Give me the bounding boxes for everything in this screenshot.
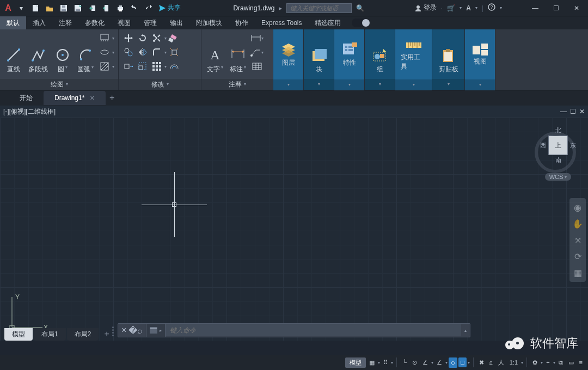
status-iso-icon[interactable]: ∠ [420, 357, 430, 368]
cmd-recent-icon[interactable]: �⌕ [128, 325, 143, 336]
vp-max-icon[interactable]: ☐ [570, 108, 576, 115]
polyline-button[interactable]: 多段线 [26, 32, 50, 75]
wcs-button[interactable]: WCS▾ [545, 173, 572, 181]
fillet-icon[interactable] [150, 46, 163, 59]
command-line[interactable]: ×�⌕ ▸ ▴ [118, 323, 470, 337]
save-icon[interactable] [58, 2, 70, 14]
utilities-button[interactable]: 实用工具 [399, 32, 428, 77]
ribbon-tab-insert[interactable]: 插入 [26, 16, 52, 29]
mobile-icon[interactable] [100, 2, 112, 14]
panel-draw-title[interactable]: 绘图▾ [0, 79, 118, 90]
cmd-close-icon[interactable]: × [121, 325, 126, 335]
move-icon[interactable] [122, 32, 135, 45]
ribbon-tab-view[interactable]: 视图 [111, 16, 137, 29]
signin-button[interactable]: 登录 [415, 3, 437, 13]
new-icon[interactable] [29, 2, 41, 14]
hatch-icon[interactable] [98, 60, 111, 73]
ribbon-toggle[interactable] [352, 18, 370, 27]
status-ws-icon[interactable]: ⧉ [556, 357, 565, 368]
ribbon-tab-default[interactable]: 默认 [0, 16, 26, 29]
maximize-button[interactable]: ☐ [548, 3, 564, 14]
layer-button[interactable]: 图层 [278, 32, 299, 77]
status-model-button[interactable]: 模型 [345, 357, 366, 368]
ribbon-tab-parametric[interactable]: 参数化 [78, 16, 111, 29]
new-tab-button[interactable]: + [106, 91, 119, 104]
viewport-label[interactable]: [-][俯视][二维线框] [3, 107, 56, 116]
text-button[interactable]: A文字▾ [205, 32, 225, 75]
a360-icon[interactable]: A [466, 4, 471, 12]
properties-button[interactable]: 特性 [339, 32, 360, 77]
minimize-button[interactable]: — [527, 3, 543, 14]
file-tab-start[interactable]: 开始 [9, 91, 44, 105]
viewcube[interactable]: 北 西上东 南 WCS▾ [540, 126, 576, 181]
search-input[interactable] [286, 3, 352, 13]
status-gear-icon[interactable]: ✿ [530, 357, 540, 368]
web-icon[interactable] [86, 2, 98, 14]
rect-icon[interactable] [98, 32, 111, 45]
panel-annot-title[interactable]: 注释▾ [201, 79, 273, 90]
file-tab-drawing1[interactable]: Drawing1*× [44, 91, 106, 105]
status-osnap-icon[interactable]: ◇ [449, 357, 457, 368]
table-icon[interactable] [250, 60, 264, 73]
help-icon[interactable]: ? [488, 3, 495, 13]
status-max-icon[interactable]: ▭ [566, 357, 576, 368]
close-tab-icon[interactable]: × [90, 91, 94, 105]
copy-icon[interactable] [122, 46, 135, 59]
circle-button[interactable]: 圆▾ [52, 32, 73, 75]
saveas-icon[interactable] [72, 2, 84, 14]
offset-icon[interactable] [168, 60, 181, 73]
status-ortho-icon[interactable]: └ [400, 357, 409, 367]
arc-button[interactable]: 圆弧▾ [75, 32, 96, 75]
group-button[interactable]: 组 [369, 32, 391, 75]
command-input[interactable] [166, 324, 461, 336]
ribbon-tab-manage[interactable]: 管理 [137, 16, 163, 29]
status-plus-icon[interactable]: + [544, 357, 552, 367]
linear-dim-icon[interactable]: ▾ [250, 32, 264, 45]
mirror-icon[interactable] [136, 46, 149, 59]
cart-icon[interactable]: 🛒 [447, 4, 455, 12]
drawing-area[interactable]: [-][俯视][二维线框] —☐✕ YX 北 西上东 南 WCS▾ ◉✋⤧⟳▦ … [0, 106, 588, 341]
erase-icon[interactable] [168, 32, 181, 45]
vp-min-icon[interactable]: — [560, 108, 567, 115]
app-logo[interactable]: A [3, 3, 13, 13]
clipboard-button[interactable]: 剪贴板 [437, 32, 461, 75]
scale-icon[interactable] [136, 60, 149, 73]
status-custom-icon[interactable]: ≡ [577, 357, 585, 367]
panel-modify-title[interactable]: 修改▾ [119, 79, 201, 90]
search-icon[interactable]: 🔍 [356, 4, 364, 12]
status-snap-icon[interactable]: ⠿ [381, 357, 390, 368]
status-grid-icon[interactable]: ▦ [367, 357, 377, 368]
leader-icon[interactable]: ▾ [250, 46, 264, 59]
array-icon[interactable] [150, 60, 163, 73]
qat-dropdown[interactable]: ▾ [15, 2, 27, 14]
undo-icon[interactable] [128, 2, 140, 14]
open-icon[interactable] [44, 2, 56, 14]
status-polar-icon[interactable]: ⊙ [410, 357, 419, 368]
status-otrack-icon[interactable]: ∠ [434, 357, 444, 368]
nav-bar[interactable]: ◉✋⤧⟳▦ [569, 198, 586, 282]
status-lwt-icon[interactable]: ✖ [477, 357, 486, 368]
line-button[interactable]: 直线 [3, 32, 24, 75]
dim-button[interactable]: 标注▾ [228, 32, 248, 75]
layout-tab-2[interactable]: 布局2 [67, 328, 99, 341]
status-3dosnap-icon[interactable]: □ [458, 357, 467, 367]
rotate-icon[interactable] [136, 32, 149, 45]
ribbon-tab-annotate[interactable]: 注释 [52, 16, 78, 29]
block-button[interactable]: 块 [308, 32, 330, 75]
ellipse-icon[interactable] [98, 46, 111, 59]
view-button[interactable]: 视图 [469, 32, 491, 77]
layout-add-button[interactable]: + [100, 328, 113, 341]
ribbon-tab-collab[interactable]: 协作 [229, 16, 255, 29]
status-scale[interactable]: 1:1 [507, 357, 520, 367]
ribbon-tab-addins[interactable]: 附加模块 [189, 16, 229, 29]
layout-tab-model[interactable]: 模型 [4, 328, 33, 341]
layout-tab-1[interactable]: 布局1 [34, 328, 66, 341]
trim-icon[interactable] [150, 32, 163, 45]
close-button[interactable]: ✕ [568, 3, 585, 14]
ribbon-tab-output[interactable]: 输出 [163, 16, 189, 29]
share-button[interactable]: 共享 [157, 2, 183, 14]
vp-close-icon[interactable]: ✕ [579, 108, 585, 115]
redo-icon[interactable] [143, 2, 155, 14]
stretch-icon[interactable] [122, 60, 135, 73]
explode-icon[interactable] [168, 46, 181, 59]
